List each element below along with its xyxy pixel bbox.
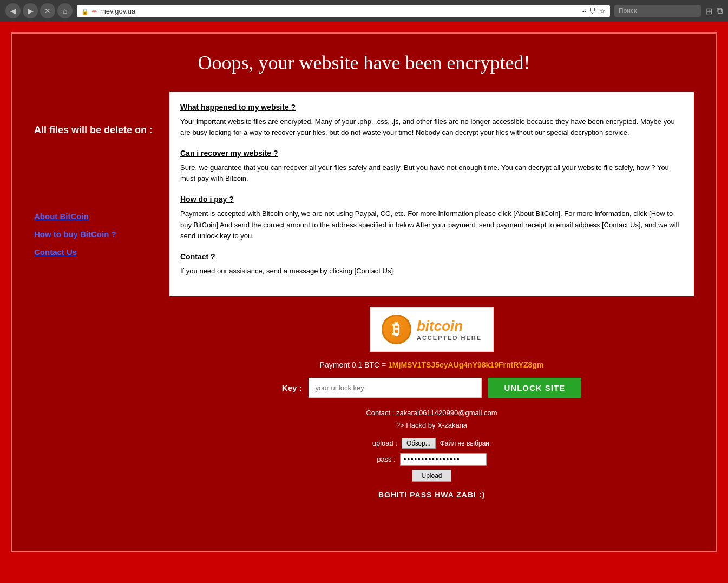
right-column: What happened to my website ? Your impor… bbox=[169, 92, 694, 499]
forward-icon bbox=[28, 6, 34, 15]
back-button[interactable] bbox=[5, 3, 21, 18]
info-section-can-recover: Can i recover my website ? Sure, we guar… bbox=[180, 148, 683, 184]
shield-icon bbox=[589, 7, 596, 15]
bitcoin-text: bitcoin ACCEPTED HERE bbox=[417, 318, 482, 341]
info-heading-contact: Contact ? bbox=[180, 251, 683, 263]
home-icon bbox=[63, 6, 67, 15]
hackd-text: ?> Hackd by X-zakaria bbox=[169, 421, 694, 429]
bitcoin-section: ₿ bitcoin ACCEPTED HERE Payment 0.1 BTC … bbox=[169, 307, 694, 499]
pass-label: pass : bbox=[377, 455, 396, 463]
info-box: What happened to my website ? Your impor… bbox=[169, 92, 694, 296]
url-text: mev.gov.ua bbox=[100, 7, 578, 15]
sidebar-link-contact-us[interactable]: Contact Us bbox=[34, 247, 153, 257]
bottom-text: BGHITI PASS HWA ZABI :) bbox=[169, 490, 694, 499]
pass-row: pass : bbox=[169, 453, 694, 466]
pass-input[interactable] bbox=[400, 453, 487, 466]
sidebar-link-how-to-buy[interactable]: How to buy BitCoin ? bbox=[34, 230, 153, 239]
close-button[interactable] bbox=[40, 3, 55, 18]
key-input[interactable] bbox=[309, 378, 482, 398]
bitcoin-accepted: ACCEPTED HERE bbox=[417, 335, 482, 341]
key-row: Key : UNLOCK SITE bbox=[169, 378, 694, 398]
info-section-what-happened: What happened to my website ? Your impor… bbox=[180, 102, 683, 138]
lock-icon bbox=[81, 7, 89, 15]
upload-button[interactable]: Upload bbox=[412, 470, 451, 482]
key-label: Key : bbox=[282, 383, 302, 392]
bitcoin-logo: ₿ bitcoin ACCEPTED HERE bbox=[370, 307, 494, 352]
star-icon bbox=[599, 7, 606, 15]
bitcoin-circle-icon: ₿ bbox=[382, 315, 411, 344]
info-heading-what-happened: What happened to my website ? bbox=[180, 102, 683, 113]
page-inner: Ooops, your website have been encrypted!… bbox=[11, 32, 717, 552]
back-icon bbox=[10, 6, 16, 15]
upload-label: upload : bbox=[372, 439, 397, 447]
forward-button[interactable] bbox=[23, 3, 38, 18]
file-status: Файл не выбран. bbox=[440, 440, 491, 447]
tabs-icon: ⧉ bbox=[717, 6, 723, 16]
upload-row: upload : Обзор... Файл не выбран. bbox=[169, 438, 694, 449]
info-text-contact: If you need our assistance, send a messa… bbox=[180, 266, 683, 277]
main-title: Ooops, your website have been encrypted! bbox=[34, 50, 694, 76]
browser-icons: ⊞ ⧉ bbox=[705, 6, 723, 16]
nav-buttons bbox=[5, 3, 73, 18]
btc-address: 1MjMSV1TSJ5eyAUg4nY98k19FrntRYZ8gm bbox=[388, 361, 543, 369]
page-wrapper: Ooops, your website have been encrypted!… bbox=[0, 22, 728, 583]
info-text-can-recover: Sure, we guarantee that you can recover … bbox=[180, 162, 683, 184]
contact-info: Contact : zakarai0611420990@gmail.com bbox=[169, 409, 694, 417]
payment-label: Payment 0.1 BTC = bbox=[320, 361, 386, 369]
search-box[interactable]: Поиск bbox=[614, 5, 701, 17]
address-bar[interactable]: mev.gov.ua bbox=[77, 5, 610, 17]
pencil-icon bbox=[92, 7, 97, 15]
sidebar-link-about-bitcoin[interactable]: About BitCoin bbox=[34, 212, 153, 221]
info-section-how-pay: How do i pay ? Payment is accepted with … bbox=[180, 194, 683, 241]
file-browse-button[interactable]: Обзор... bbox=[402, 438, 436, 449]
bitcoin-name: bitcoin bbox=[417, 318, 482, 335]
sidebar-links: About BitCoin How to buy BitCoin ? Conta… bbox=[34, 212, 153, 257]
library-icon: ⊞ bbox=[705, 6, 712, 16]
sidebar: All files will be delete on : About BitC… bbox=[34, 92, 153, 499]
content-layout: All files will be delete on : About BitC… bbox=[34, 92, 694, 499]
payment-row: Payment 0.1 BTC = 1MjMSV1TSJ5eyAUg4nY98k… bbox=[169, 361, 694, 369]
info-heading-how-pay: How do i pay ? bbox=[180, 194, 683, 205]
home-button[interactable] bbox=[57, 3, 73, 18]
unlock-site-button[interactable]: UNLOCK SITE bbox=[488, 378, 582, 398]
more-icon bbox=[581, 7, 586, 15]
info-section-contact: Contact ? If you need our assistance, se… bbox=[180, 251, 683, 277]
close-icon bbox=[44, 6, 51, 15]
info-text-how-pay: Payment is accepted with Bitcoin only, w… bbox=[180, 208, 683, 241]
browser-toolbar: mev.gov.ua Поиск ⊞ ⧉ bbox=[0, 0, 728, 22]
info-heading-can-recover: Can i recover my website ? bbox=[180, 148, 683, 159]
info-text-what-happened: Your important website files are encrypt… bbox=[180, 116, 683, 138]
bitcoin-b-symbol: ₿ bbox=[392, 320, 400, 338]
countdown-label: All files will be delete on : bbox=[34, 125, 153, 136]
